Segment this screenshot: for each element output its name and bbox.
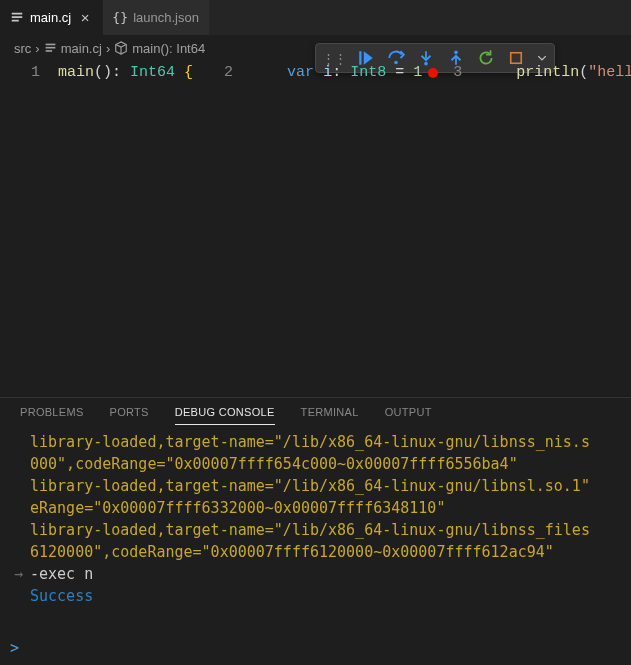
debug-console-input[interactable]: > [0,635,631,665]
tab-output[interactable]: OUTPUT [385,406,432,425]
console-line: eRange="0x00007ffff6332000~0x00007ffff63… [14,497,621,519]
crumb-file[interactable]: main.cj [44,41,102,56]
file-lines-icon [44,42,57,55]
bottom-panel: PROBLEMS PORTS DEBUG CONSOLE TERMINAL OU… [0,397,631,665]
console-line: Success [14,585,621,607]
code-line[interactable]: 2 var i: Int8 = 1 [193,61,422,85]
console-line: library-loaded,target-name="/lib/x86_64-… [14,519,621,541]
cube-icon [114,41,128,55]
crumb-src[interactable]: src [14,41,31,56]
tab-ports[interactable]: PORTS [110,406,149,425]
console-text: 6120000",codeRange="0x00007ffff6120000~0… [30,541,621,563]
tab-launch-json[interactable]: {} launch.json [103,0,209,35]
code-content[interactable]: println("hello world") [480,61,631,85]
crumb-symbol[interactable]: main(): Int64 [114,41,205,56]
debug-console-output: library-loaded,target-name="/lib/x86_64-… [0,425,631,635]
svg-rect-1 [12,16,23,18]
gutter-breakpoint[interactable] [0,61,22,85]
chevron-right-icon: › [106,41,110,56]
line-number: 3 [444,61,480,85]
console-lead: → [14,563,30,585]
console-line: library-loaded,target-name="/lib/x86_64-… [14,431,621,453]
svg-rect-5 [45,50,52,52]
code-editor[interactable]: 1main(): Int64 {2 var i: Int8 = 13 print… [0,61,631,397]
braces-icon: {} [113,11,127,25]
console-line: →-exec n [14,563,621,585]
tab-terminal[interactable]: TERMINAL [301,406,359,425]
breakpoint-icon [428,68,438,78]
svg-rect-4 [45,46,55,48]
code-content[interactable]: main(): Int64 { [58,61,193,85]
tab-main-cj[interactable]: main.cj × [0,0,103,35]
tab-label: launch.json [133,10,199,25]
code-line[interactable]: 3 println("hello world") [422,61,631,85]
chevron-right-icon: › [35,41,39,56]
console-text: 000",codeRange="0x00007ffff654c000~0x000… [30,453,621,475]
gutter-breakpoint[interactable] [193,61,215,85]
console-text: library-loaded,target-name="/lib/x86_64-… [30,475,621,497]
tab-label: main.cj [30,10,71,25]
svg-rect-0 [12,12,23,14]
console-text: eRange="0x00007ffff6332000~0x00007ffff63… [30,497,621,519]
console-line: 000",codeRange="0x00007ffff654c000~0x000… [14,453,621,475]
code-content[interactable]: var i: Int8 = 1 [251,61,422,85]
tab-debug-console[interactable]: DEBUG CONSOLE [175,406,275,425]
prompt-icon: > [10,639,26,657]
console-line: 6120000",codeRange="0x00007ffff6120000~0… [14,541,621,563]
editor-tabs: main.cj × {} launch.json [0,0,631,35]
console-text: Success [30,585,621,607]
svg-rect-3 [45,43,55,45]
console-text: -exec n [30,563,621,585]
code-line[interactable]: 1main(): Int64 { [0,61,193,85]
panel-tabs: PROBLEMS PORTS DEBUG CONSOLE TERMINAL OU… [0,398,631,425]
svg-rect-2 [12,19,19,21]
console-text: library-loaded,target-name="/lib/x86_64-… [30,431,621,453]
line-number: 2 [215,61,251,85]
close-icon[interactable]: × [77,9,93,26]
line-number: 1 [22,61,58,85]
console-text: library-loaded,target-name="/lib/x86_64-… [30,519,621,541]
tab-problems[interactable]: PROBLEMS [20,406,84,425]
file-lines-icon [10,11,24,25]
gutter-breakpoint[interactable] [422,61,444,85]
console-line: library-loaded,target-name="/lib/x86_64-… [14,475,621,497]
svg-point-9 [454,51,458,55]
